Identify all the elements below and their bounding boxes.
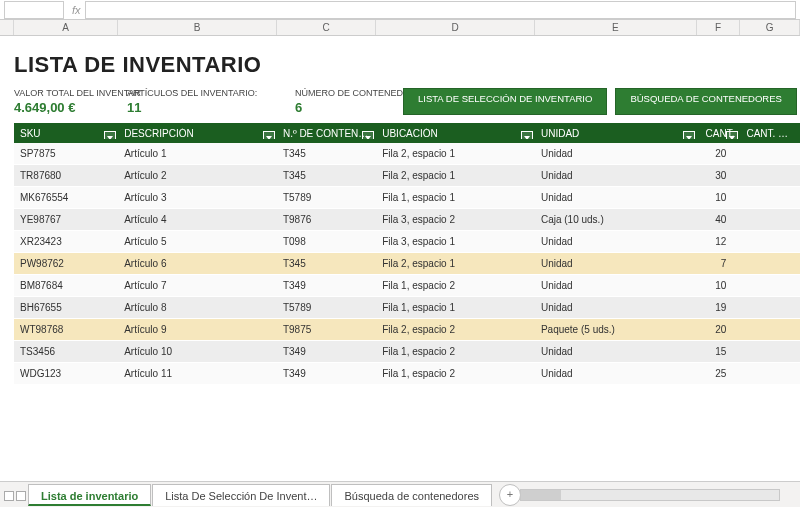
- cell-unit[interactable]: Unidad: [535, 170, 697, 181]
- cell-sku[interactable]: WT98768: [14, 324, 118, 335]
- table-row[interactable]: BH67655Artículo 8T5789Fila 1, espacio 1U…: [14, 297, 800, 319]
- table-row[interactable]: BM87684Artículo 7T349Fila 1, espacio 2Un…: [14, 275, 800, 297]
- table-row[interactable]: TR87680Artículo 2T345Fila 2, espacio 1Un…: [14, 165, 800, 187]
- column-header-row[interactable]: A B C D E F G: [0, 20, 800, 36]
- cell-sku[interactable]: SP7875: [14, 148, 118, 159]
- cell-unit[interactable]: Unidad: [535, 148, 697, 159]
- cell-sku[interactable]: YE98767: [14, 214, 118, 225]
- cell-unit[interactable]: Paquete (5 uds.): [535, 324, 697, 335]
- cell-bin[interactable]: T345: [277, 258, 376, 269]
- cell-bin[interactable]: T9876: [277, 214, 376, 225]
- cell-qty[interactable]: 20: [697, 324, 741, 335]
- cell-unit[interactable]: Unidad: [535, 346, 697, 357]
- sheet-tab[interactable]: Lista De Selección De Invent…: [152, 484, 330, 506]
- tab-nav-arrows[interactable]: [4, 491, 26, 501]
- chevron-right-icon[interactable]: [16, 491, 26, 501]
- cell-qty[interactable]: 25: [697, 368, 741, 379]
- fx-icon[interactable]: fx: [72, 4, 81, 16]
- cell-bin[interactable]: T098: [277, 236, 376, 247]
- cell-qty[interactable]: 40: [697, 214, 741, 225]
- formula-input[interactable]: [85, 1, 796, 19]
- cell-sku[interactable]: BM87684: [14, 280, 118, 291]
- table-row[interactable]: WT98768Artículo 9T9875Fila 2, espacio 2P…: [14, 319, 800, 341]
- horizontal-scrollbar[interactable]: [520, 489, 780, 501]
- cell-loc[interactable]: Fila 3, espacio 2: [376, 214, 535, 225]
- cell-qty[interactable]: 30: [697, 170, 741, 181]
- cell-desc[interactable]: Artículo 3: [118, 192, 277, 203]
- table-row[interactable]: WDG123Artículo 11T349Fila 1, espacio 2Un…: [14, 363, 800, 385]
- table-row[interactable]: MK676554Artículo 3T5789Fila 1, espacio 1…: [14, 187, 800, 209]
- cell-loc[interactable]: Fila 2, espacio 2: [376, 324, 535, 335]
- cell-desc[interactable]: Artículo 6: [118, 258, 277, 269]
- cell-desc[interactable]: Artículo 9: [118, 324, 277, 335]
- cell-desc[interactable]: Artículo 4: [118, 214, 277, 225]
- filter-icon[interactable]: [104, 131, 116, 139]
- scrollbar-thumb[interactable]: [521, 490, 561, 500]
- cell-sku[interactable]: TS3456: [14, 346, 118, 357]
- cell-sku[interactable]: MK676554: [14, 192, 118, 203]
- cell-sku[interactable]: XR23423: [14, 236, 118, 247]
- col-B[interactable]: B: [118, 20, 277, 35]
- col-F[interactable]: F: [697, 20, 741, 35]
- filter-icon[interactable]: [521, 131, 533, 139]
- filter-icon[interactable]: [263, 131, 275, 139]
- cell-loc[interactable]: Fila 2, espacio 1: [376, 148, 535, 159]
- cell-qty[interactable]: 19: [697, 302, 741, 313]
- cell-loc[interactable]: Fila 3, espacio 1: [376, 236, 535, 247]
- cell-unit[interactable]: Unidad: [535, 258, 697, 269]
- sheet-tab[interactable]: Lista de inventario: [28, 484, 151, 506]
- sheet-tab[interactable]: Búsqueda de contenedores: [331, 484, 492, 506]
- cell-bin[interactable]: T9875: [277, 324, 376, 335]
- cell-desc[interactable]: Artículo 1: [118, 148, 277, 159]
- name-box[interactable]: [4, 1, 64, 19]
- cell-unit[interactable]: Unidad: [535, 236, 697, 247]
- cell-bin[interactable]: T345: [277, 148, 376, 159]
- cell-qty[interactable]: 15: [697, 346, 741, 357]
- table-row[interactable]: SP7875Artículo 1T345Fila 2, espacio 1Uni…: [14, 143, 800, 165]
- cell-loc[interactable]: Fila 2, espacio 1: [376, 170, 535, 181]
- cell-desc[interactable]: Artículo 7: [118, 280, 277, 291]
- worksheet[interactable]: LISTA DE INVENTARIO VALOR TOTAL DEL INVE…: [0, 36, 800, 478]
- cell-qty[interactable]: 20: [697, 148, 741, 159]
- table-row[interactable]: PW98762Artículo 6T345Fila 2, espacio 1Un…: [14, 253, 800, 275]
- cell-sku[interactable]: PW98762: [14, 258, 118, 269]
- cell-desc[interactable]: Artículo 2: [118, 170, 277, 181]
- cell-bin[interactable]: T349: [277, 280, 376, 291]
- cell-loc[interactable]: Fila 1, espacio 1: [376, 192, 535, 203]
- table-row[interactable]: YE98767Artículo 4T9876Fila 3, espacio 2C…: [14, 209, 800, 231]
- container-search-button[interactable]: BÚSQUEDA DE CONTENEDORES: [615, 88, 797, 115]
- cell-loc[interactable]: Fila 1, espacio 2: [376, 280, 535, 291]
- cell-bin[interactable]: T5789: [277, 192, 376, 203]
- cell-qty[interactable]: 12: [697, 236, 741, 247]
- cell-loc[interactable]: Fila 1, espacio 2: [376, 346, 535, 357]
- cell-desc[interactable]: Artículo 11: [118, 368, 277, 379]
- cell-bin[interactable]: T5789: [277, 302, 376, 313]
- filter-icon[interactable]: [726, 131, 738, 139]
- chevron-left-icon[interactable]: [4, 491, 14, 501]
- col-D[interactable]: D: [376, 20, 535, 35]
- cell-bin[interactable]: T349: [277, 346, 376, 357]
- cell-qty[interactable]: 10: [697, 280, 741, 291]
- col-C[interactable]: C: [277, 20, 376, 35]
- cell-bin[interactable]: T349: [277, 368, 376, 379]
- cell-unit[interactable]: Unidad: [535, 192, 697, 203]
- filter-icon[interactable]: [683, 131, 695, 139]
- table-row[interactable]: XR23423Artículo 5T098Fila 3, espacio 1Un…: [14, 231, 800, 253]
- cell-sku[interactable]: WDG123: [14, 368, 118, 379]
- cell-sku[interactable]: TR87680: [14, 170, 118, 181]
- table-row[interactable]: TS3456Artículo 10T349Fila 1, espacio 2Un…: [14, 341, 800, 363]
- cell-loc[interactable]: Fila 1, espacio 1: [376, 302, 535, 313]
- select-all-corner[interactable]: [0, 20, 14, 35]
- cell-unit[interactable]: Unidad: [535, 368, 697, 379]
- col-E[interactable]: E: [535, 20, 697, 35]
- cell-bin[interactable]: T345: [277, 170, 376, 181]
- cell-unit[interactable]: Unidad: [535, 302, 697, 313]
- cell-sku[interactable]: BH67655: [14, 302, 118, 313]
- cell-desc[interactable]: Artículo 8: [118, 302, 277, 313]
- cell-unit[interactable]: Unidad: [535, 280, 697, 291]
- cell-desc[interactable]: Artículo 5: [118, 236, 277, 247]
- filter-icon[interactable]: [362, 131, 374, 139]
- cell-unit[interactable]: Caja (10 uds.): [535, 214, 697, 225]
- cell-loc[interactable]: Fila 2, espacio 1: [376, 258, 535, 269]
- col-A[interactable]: A: [14, 20, 118, 35]
